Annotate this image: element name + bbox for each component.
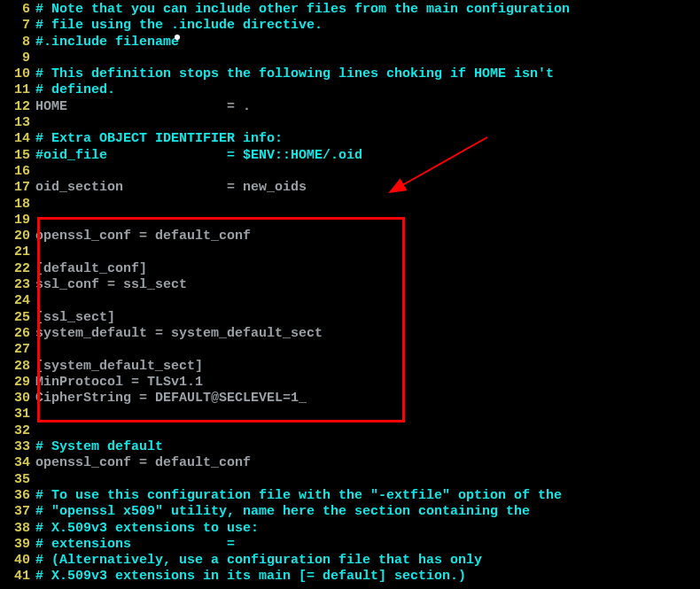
line-content[interactable]: openssl_conf = default_conf <box>35 229 700 244</box>
code-line[interactable]: 40# (Alternatively, use a configuration … <box>0 553 700 569</box>
code-editor[interactable]: 6# Note that you can include other files… <box>0 0 700 585</box>
code-line[interactable]: 20openssl_conf = default_conf <box>0 229 700 244</box>
line-content[interactable] <box>35 244 700 260</box>
line-content[interactable]: system_default = system_default_sect <box>35 326 700 342</box>
line-content[interactable]: [ssl_sect] <box>35 310 700 326</box>
line-number: 20 <box>0 229 35 244</box>
line-content[interactable]: # This definition stops the following li… <box>35 66 700 82</box>
line-content[interactable]: HOME = . <box>35 99 700 115</box>
line-number: 37 <box>0 504 35 520</box>
code-line[interactable]: 38# X.509v3 extensions to use: <box>0 521 700 537</box>
line-number: 31 <box>0 407 35 422</box>
line-number: 40 <box>0 553 35 569</box>
line-number: 16 <box>0 164 35 180</box>
line-number: 7 <box>0 18 35 34</box>
code-line[interactable]: 24 <box>0 293 700 309</box>
line-content[interactable] <box>35 472 700 488</box>
line-content[interactable]: # extensions = <box>35 537 700 553</box>
line-content[interactable]: # X.509v3 extensions to use: <box>35 521 700 537</box>
line-number: 15 <box>0 148 35 164</box>
line-content[interactable] <box>35 197 700 213</box>
code-line[interactable]: 10# This definition stops the following … <box>0 66 700 82</box>
code-line[interactable]: 35 <box>0 472 700 488</box>
line-number: 30 <box>0 391 35 407</box>
line-number: 29 <box>0 375 35 391</box>
code-line[interactable]: 23ssl_conf = ssl_sect <box>0 277 700 293</box>
code-line[interactable]: 29MinProtocol = TLSv1.1 <box>0 375 700 391</box>
code-line[interactable]: 14# Extra OBJECT IDENTIFIER info: <box>0 131 700 147</box>
line-content[interactable]: # file using the .include directive. <box>35 18 700 34</box>
line-number: 28 <box>0 359 35 375</box>
line-content[interactable] <box>35 213 700 229</box>
line-number: 19 <box>0 213 35 229</box>
line-number: 34 <box>0 455 35 471</box>
line-number: 22 <box>0 261 35 277</box>
line-number: 33 <box>0 439 35 455</box>
code-line[interactable]: 22[default_conf] <box>0 261 700 277</box>
code-line[interactable]: 34openssl_conf = default_conf <box>0 455 700 471</box>
code-line[interactable]: 30CipherString = DEFAULT@SECLEVEL=1_ <box>0 391 700 407</box>
line-content[interactable] <box>35 407 700 422</box>
line-content[interactable] <box>35 50 700 66</box>
line-content[interactable]: # X.509v3 extensions in its main [= defa… <box>35 569 700 585</box>
line-content[interactable]: #.include filename <box>35 35 700 50</box>
code-line[interactable]: 6# Note that you can include other files… <box>0 2 700 18</box>
line-content[interactable]: # Note that you can include other files … <box>35 2 700 18</box>
line-number: 13 <box>0 115 35 131</box>
line-content[interactable]: openssl_conf = default_conf <box>35 455 700 471</box>
line-content[interactable]: # defined. <box>35 82 700 98</box>
code-line[interactable]: 8#.include filename <box>0 35 700 50</box>
line-content[interactable] <box>35 342 700 358</box>
line-number: 6 <box>0 2 35 18</box>
code-line[interactable]: 12HOME = . <box>0 99 700 115</box>
code-line[interactable]: 9 <box>0 50 700 66</box>
line-content[interactable]: ssl_conf = ssl_sect <box>35 277 700 293</box>
line-content[interactable] <box>35 293 700 309</box>
line-content[interactable]: # "openssl x509" utility, name here the … <box>35 504 700 520</box>
code-line[interactable]: 7# file using the .include directive. <box>0 18 700 34</box>
code-line[interactable]: 37# "openssl x509" utility, name here th… <box>0 504 700 520</box>
line-content[interactable]: CipherString = DEFAULT@SECLEVEL=1_ <box>35 391 700 407</box>
line-content[interactable]: # System default <box>35 439 700 455</box>
code-line[interactable]: 16 <box>0 164 700 180</box>
line-number: 25 <box>0 310 35 326</box>
line-number: 18 <box>0 197 35 213</box>
line-content[interactable]: # To use this configuration file with th… <box>35 488 700 504</box>
line-content[interactable] <box>35 164 700 180</box>
code-line[interactable]: 31 <box>0 407 700 422</box>
code-line[interactable]: 27 <box>0 342 700 358</box>
line-content[interactable]: # Extra OBJECT IDENTIFIER info: <box>35 131 700 147</box>
line-content[interactable]: oid_section = new_oids <box>35 180 700 196</box>
line-content[interactable] <box>35 115 700 131</box>
line-content[interactable]: MinProtocol = TLSv1.1 <box>35 375 700 391</box>
line-content[interactable]: [default_conf] <box>35 261 700 277</box>
code-line[interactable]: 19 <box>0 213 700 229</box>
line-number: 36 <box>0 488 35 504</box>
code-line[interactable]: 41# X.509v3 extensions in its main [= de… <box>0 569 700 585</box>
line-number: 27 <box>0 342 35 358</box>
line-number: 24 <box>0 293 35 309</box>
code-line[interactable]: 33# System default <box>0 439 700 455</box>
code-line[interactable]: 11# defined. <box>0 82 700 98</box>
line-number: 8 <box>0 35 35 50</box>
code-line[interactable]: 15#oid_file = $ENV::HOME/.oid <box>0 148 700 164</box>
line-content[interactable] <box>35 423 700 439</box>
line-content[interactable]: [system_default_sect] <box>35 359 700 375</box>
code-line[interactable]: 32 <box>0 423 700 439</box>
line-content[interactable]: # (Alternatively, use a configuration fi… <box>35 553 700 569</box>
code-line[interactable]: 17oid_section = new_oids <box>0 180 700 196</box>
code-line[interactable]: 21 <box>0 244 700 260</box>
code-line[interactable]: 18 <box>0 197 700 213</box>
line-content[interactable]: #oid_file = $ENV::HOME/.oid <box>35 148 700 164</box>
code-line[interactable]: 39# extensions = <box>0 537 700 553</box>
code-line[interactable]: 26system_default = system_default_sect <box>0 326 700 342</box>
code-line[interactable]: 13 <box>0 115 700 131</box>
line-number: 39 <box>0 537 35 553</box>
code-line[interactable]: 25[ssl_sect] <box>0 310 700 326</box>
line-number: 17 <box>0 180 35 196</box>
code-line[interactable]: 36# To use this configuration file with … <box>0 488 700 504</box>
line-number: 9 <box>0 50 35 66</box>
code-line[interactable]: 28[system_default_sect] <box>0 359 700 375</box>
line-number: 26 <box>0 326 35 342</box>
line-number: 12 <box>0 99 35 115</box>
